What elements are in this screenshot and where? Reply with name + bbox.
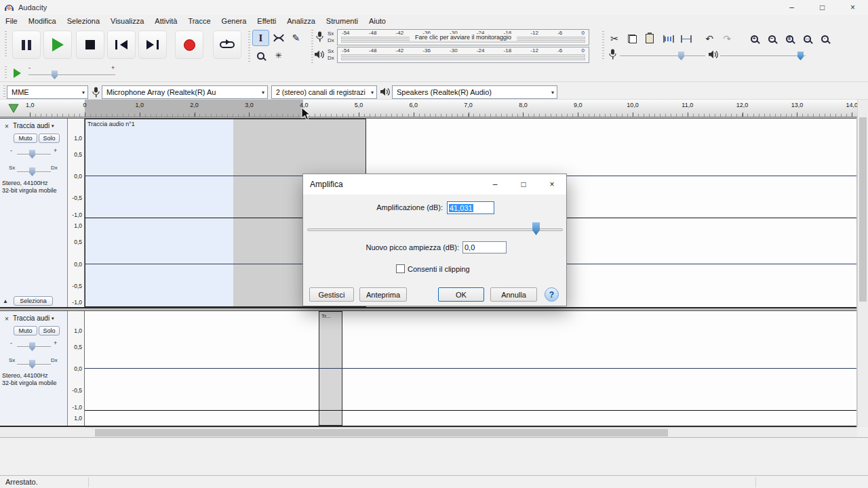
playback-meter-speaker-icon[interactable]	[314, 49, 324, 60]
solo-button[interactable]: Solo	[39, 134, 60, 143]
skip-to-start-button[interactable]	[107, 30, 136, 59]
toolbar-grip[interactable]	[5, 66, 7, 80]
play-at-speed-slider[interactable]	[28, 75, 115, 76]
ruler-tick	[633, 113, 633, 117]
draw-tool-button[interactable]: ✎	[288, 30, 304, 46]
ok-button[interactable]: OK	[438, 287, 484, 302]
copy-button[interactable]	[624, 31, 640, 46]
gain-slider-thumb[interactable]	[29, 150, 35, 159]
recording-volume-slider[interactable]	[620, 56, 705, 57]
maximize-button[interactable]: □	[807, 0, 837, 15]
dialog-maximize-button[interactable]: □	[509, 174, 538, 195]
redo-button[interactable]: ↷	[719, 31, 735, 46]
close-button[interactable]: ×	[837, 0, 868, 15]
vertical-scrollbar[interactable]	[857, 100, 868, 427]
loop-icon	[219, 39, 235, 50]
playback-volume-thumb[interactable]	[797, 52, 804, 60]
amplification-slider-thumb[interactable]	[532, 222, 540, 235]
amplification-input[interactable]: 41,031	[447, 201, 494, 214]
cut-button[interactable]: ✂	[606, 31, 623, 46]
audio-host-select[interactable]: MME ▾	[7, 85, 88, 99]
dialog-minimize-button[interactable]: –	[481, 174, 509, 195]
mute-button[interactable]: Muto	[14, 134, 37, 143]
zoom-out-button[interactable]: −	[764, 31, 780, 46]
toolbar-grip[interactable]	[602, 31, 604, 61]
horizontal-scrollbar-thumb[interactable]	[95, 429, 668, 436]
mute-button[interactable]: Muto	[14, 326, 37, 336]
record-meter[interactable]: -54-48-42-36-30-24-18-12-60 Fare clic pe…	[337, 29, 589, 45]
amplification-slider[interactable]	[307, 228, 563, 231]
fit-project-button[interactable]: ↔	[799, 31, 815, 46]
input-channels-select[interactable]: 2 (stereo) canali di registrazi ▾	[271, 85, 377, 99]
allow-clipping-checkbox[interactable]	[396, 264, 405, 273]
track-2-waveform-area[interactable]: Tr...	[85, 311, 856, 426]
multi-tool-button[interactable]: ✳	[270, 47, 287, 64]
toolbar-grip[interactable]	[248, 31, 250, 64]
playback-volume-slider[interactable]	[720, 56, 806, 57]
undo-button[interactable]: ↶	[701, 31, 717, 46]
toolbar-grip[interactable]	[3, 85, 5, 99]
minimize-button[interactable]: –	[776, 0, 807, 15]
menu-analizza[interactable]: Analizza	[281, 15, 321, 27]
track-2-vertical-ruler[interactable]: 1,00,50,0-0,5-1,01,00,50,0-0,5-1,0	[68, 311, 85, 426]
new-peak-input[interactable]: 0,0	[462, 241, 507, 253]
horizontal-scrollbar[interactable]	[85, 427, 857, 437]
cancel-button[interactable]: Annulla	[490, 287, 537, 302]
fit-selection-button[interactable]: ‖	[781, 31, 797, 46]
zoom-toggle-button[interactable]: ·	[816, 31, 833, 46]
zoom-in-button[interactable]: +	[746, 31, 762, 46]
play-at-speed-button[interactable]	[8, 66, 26, 80]
menu-visualizza[interactable]: Visualizza	[105, 15, 149, 27]
selection-tool-button[interactable]: I	[252, 30, 269, 46]
skip-to-end-button[interactable]	[138, 30, 167, 59]
record-button[interactable]	[175, 30, 203, 59]
help-button[interactable]: ?	[545, 287, 559, 302]
menu-file[interactable]: File	[0, 15, 23, 27]
timeline-ruler[interactable]: 1,001,02,03,04,05,06,07,08,09,010,011,01…	[0, 100, 857, 117]
menu-tracce[interactable]: Tracce	[182, 15, 216, 27]
pause-button[interactable]	[12, 30, 41, 59]
preview-button[interactable]: Anteprima	[359, 287, 407, 302]
track-name-dropdown[interactable]: Traccia audi ▾	[13, 122, 54, 129]
zoom-tool-button[interactable]	[252, 47, 269, 64]
envelope-tool-button[interactable]	[270, 30, 287, 46]
menu-genera[interactable]: Genera	[216, 15, 252, 27]
playback-meter-right-label: Dx	[328, 56, 334, 61]
stop-button[interactable]	[76, 30, 104, 59]
amplify-dialog-titlebar[interactable]: Amplifica – □ ×	[303, 174, 566, 195]
menu-attivita[interactable]: Attività	[149, 15, 182, 27]
toolbar-grip[interactable]	[5, 31, 7, 58]
selected-audio-region[interactable]	[85, 119, 233, 306]
vertical-scrollbar-thumb[interactable]	[859, 117, 867, 302]
track-close-button[interactable]: ×	[2, 121, 12, 131]
output-device-select[interactable]: Speakers (Realtek(R) Audio) ▾	[392, 85, 557, 99]
dialog-close-button[interactable]: ×	[538, 174, 566, 195]
recording-volume-thumb[interactable]	[678, 52, 684, 60]
record-meter-mic-icon[interactable]	[316, 31, 323, 42]
pan-slider-thumb[interactable]	[29, 360, 35, 369]
menu-strumenti[interactable]: Strumenti	[321, 15, 363, 27]
track-select-button[interactable]: Seleziona	[14, 296, 53, 306]
menu-modifica[interactable]: Modifica	[23, 15, 62, 27]
playback-meter[interactable]: -54-48-42-36-30-24-18-12-60	[337, 47, 589, 63]
solo-button[interactable]: Solo	[39, 326, 60, 336]
track-1-vertical-ruler[interactable]: 1,00,50,0-0,5-1,01,00,50,0-0,5-1,0	[68, 119, 85, 307]
menu-seleziona[interactable]: Seleziona	[62, 15, 105, 27]
pan-slider-thumb[interactable]	[29, 167, 35, 176]
trim-audio-button[interactable]	[660, 31, 677, 46]
gain-slider-thumb[interactable]	[29, 342, 35, 351]
play-at-speed-thumb[interactable]	[52, 70, 58, 79]
timeline-pin-icon[interactable]	[8, 104, 19, 113]
manage-button[interactable]: Gestisci	[309, 287, 354, 302]
menu-effetti[interactable]: Effetti	[252, 15, 281, 27]
paste-button[interactable]	[642, 31, 658, 46]
toolbar-grip[interactable]	[311, 30, 313, 64]
silence-audio-button[interactable]	[678, 31, 694, 46]
play-button[interactable]	[43, 30, 72, 59]
track-name-dropdown[interactable]: Traccia audi ▾	[13, 314, 54, 322]
input-device-select[interactable]: Microphone Array (Realtek(R) Au ▾	[102, 85, 268, 99]
menu-aiuto[interactable]: Aiuto	[363, 15, 391, 27]
collapse-track-icon[interactable]: ▲	[3, 298, 8, 304]
loop-button[interactable]	[213, 30, 241, 59]
track-close-button[interactable]: ×	[2, 314, 12, 323]
